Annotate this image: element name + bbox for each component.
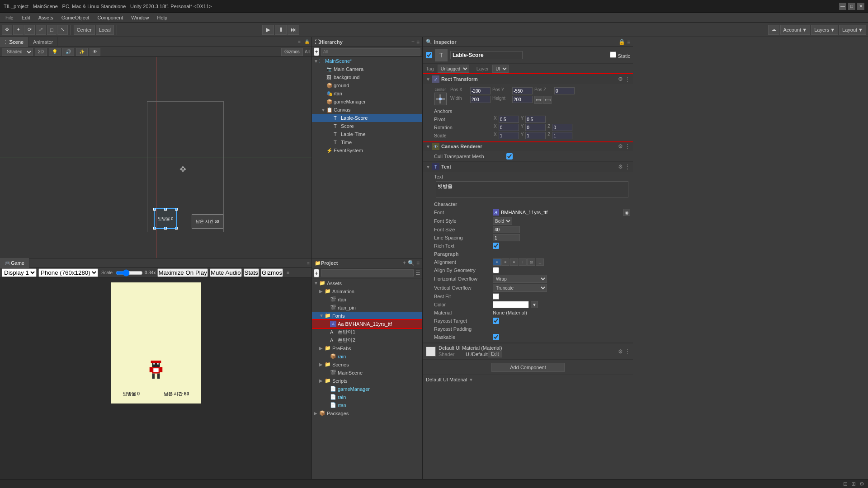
hierarchy-item-lable-time[interactable]: T Lable-Time	[312, 130, 422, 138]
maskable-checkbox[interactable]	[493, 334, 499, 340]
layout-button[interactable]: Layout ▼	[839, 25, 866, 35]
anchor-preset-btn[interactable]	[434, 93, 447, 105]
pos-y-input[interactable]	[512, 87, 533, 94]
project-mainscene[interactable]: 🎬 MainScene	[312, 369, 422, 377]
width-input[interactable]	[470, 96, 491, 103]
project-fonts[interactable]: ▼ 📁 Fonts	[312, 312, 422, 320]
static-checkbox[interactable]	[610, 52, 616, 58]
tc-more[interactable]: ⋮	[625, 164, 630, 170]
hierarchy-item-lable-score[interactable]: T Lable-Score	[312, 114, 422, 122]
mat-settings[interactable]: ⚙	[618, 348, 623, 355]
project-gm-script[interactable]: 📄 gameManager	[312, 385, 422, 393]
scene-time-box[interactable]: 남은 시간 60	[192, 214, 223, 229]
status-expand[interactable]: ⊞	[851, 481, 856, 487]
rich-text-checkbox[interactable]	[493, 243, 499, 249]
scene-canvas[interactable]: ✥ 빗방울 0 남은 시간 60	[0, 57, 311, 258]
project-packages[interactable]: ▶ 📦 Packages	[312, 409, 422, 418]
menu-gameobject[interactable]: GameObject	[58, 14, 93, 21]
rot-z-input[interactable]	[552, 124, 572, 131]
shading-select[interactable]: Shaded	[2, 48, 33, 56]
rot-y-input[interactable]	[525, 124, 546, 131]
object-active-checkbox[interactable]	[426, 52, 432, 58]
scene-tab[interactable]: ⛶ Scene	[0, 37, 28, 47]
project-bmhanna[interactable]: A Aa BMHANNA_11yrs_ttf	[312, 320, 422, 328]
resolution-select[interactable]: Phone (760x1280)	[38, 268, 98, 277]
minimize-button[interactable]: —	[839, 3, 846, 10]
handle-br[interactable]	[175, 227, 178, 230]
project-search-input[interactable]	[321, 269, 414, 277]
menu-component[interactable]: Component	[94, 14, 127, 21]
lighting-button[interactable]: 💡	[49, 48, 61, 56]
align-top[interactable]: ⊤	[519, 258, 527, 266]
inspector-scroll[interactable]: T Static Tag Untagged Layer UI	[423, 47, 633, 479]
handle-tc[interactable]	[164, 208, 167, 211]
audio-button[interactable]: 🔊	[62, 48, 74, 56]
status-settings[interactable]: ⚙	[859, 481, 864, 487]
project-rain-script[interactable]: 📄 rain	[312, 393, 422, 401]
scene-score-box[interactable]: 빗방울 0	[154, 208, 177, 229]
game-panel-options[interactable]: ≡	[285, 270, 291, 275]
cr-settings[interactable]: ⚙	[618, 143, 623, 150]
project-rain-prefab[interactable]: 📦 rain	[312, 352, 422, 361]
layer-select[interactable]: UI	[492, 65, 509, 73]
rotate-tool[interactable]: ⟳	[24, 25, 35, 35]
gizmos-game[interactable]: Gizmos	[261, 268, 283, 277]
align-bottom[interactable]: ⊥	[536, 258, 544, 266]
pivot-y-input[interactable]	[525, 116, 546, 123]
text-comp-header[interactable]: ▼ T Text ⚙ ⋮	[423, 162, 633, 172]
account-button[interactable]: Account ▼	[780, 25, 811, 35]
inspector-lock[interactable]: 🔒	[618, 39, 625, 45]
scale-x-input[interactable]	[499, 132, 519, 139]
transform-tool[interactable]: ⤡	[57, 25, 68, 35]
move-tool[interactable]: ✦	[13, 25, 24, 35]
project-menu[interactable]: ≡	[416, 260, 420, 266]
stats-button[interactable]: Stats	[244, 268, 259, 277]
project-scenes[interactable]: ▶ 📁 Scenes	[312, 361, 422, 369]
scale-y-input[interactable]	[525, 132, 546, 139]
rot-x-input[interactable]	[499, 124, 519, 131]
best-fit-checkbox[interactable]	[493, 293, 499, 300]
menu-help[interactable]: Help	[153, 14, 171, 21]
handle-bc[interactable]	[164, 227, 167, 230]
height-input[interactable]	[512, 96, 533, 103]
menu-edit[interactable]: Edit	[18, 14, 34, 21]
hierarchy-item-background[interactable]: 🖼 background	[312, 73, 422, 81]
hierarchy-item-time[interactable]: T Time	[312, 138, 422, 146]
menu-assets[interactable]: Assets	[35, 14, 57, 21]
window-controls[interactable]: — □ ✕	[839, 3, 864, 10]
rt-settings[interactable]: ⚙	[618, 76, 623, 82]
handle-bl[interactable]	[153, 227, 156, 230]
animator-tab[interactable]: Animator	[28, 37, 58, 47]
create-button[interactable]: +	[314, 47, 319, 56]
canvas-renderer-header[interactable]: ▼ 👁 Canvas Renderer ⚙ ⋮	[423, 141, 633, 151]
color-picker-arrow[interactable]: ▼	[531, 301, 538, 308]
project-animation[interactable]: ▶ 📁 Animation	[312, 287, 422, 296]
hierarchy-item-main-camera[interactable]: 📷 Main Camera	[312, 65, 422, 73]
effects-button[interactable]: ✨	[76, 48, 88, 56]
game-panel-menu[interactable]: ≡	[305, 261, 311, 266]
create-asset[interactable]: +	[314, 269, 319, 277]
project-rtan-anim[interactable]: 🎬 rtan	[312, 296, 422, 304]
blueprint-h[interactable]: ⟺	[534, 96, 542, 104]
rect-tool[interactable]: □	[47, 25, 57, 35]
hierarchy-scene-root[interactable]: ▼ ⛶ MainScene*	[312, 57, 422, 65]
project-font2[interactable]: A 폰탄이2	[312, 336, 422, 344]
local-button[interactable]: Local	[96, 25, 114, 35]
pos-x-input[interactable]	[470, 87, 491, 94]
object-name-input[interactable]	[450, 51, 523, 59]
project-rtan-script[interactable]: 📄 rtan	[312, 401, 422, 409]
shader-edit-btn[interactable]: Edit	[488, 351, 502, 357]
hierarchy-item-eventsystem[interactable]: ⚡ EventSystem	[312, 146, 422, 155]
project-layout-toggle[interactable]: ☰	[415, 270, 420, 276]
project-font1[interactable]: A 폰탄이1	[312, 328, 422, 336]
mat-color-swatch[interactable]	[426, 347, 436, 357]
mute-audio[interactable]: Mute Audio	[210, 268, 242, 277]
cr-more[interactable]: ⋮	[625, 143, 630, 150]
project-prefabs[interactable]: ▶ 📁 PreFabs	[312, 344, 422, 352]
tag-select[interactable]: Untagged	[438, 65, 469, 73]
rect-transform-header[interactable]: ▼ ⤢ Rect Transform ⚙ ⋮	[423, 74, 633, 84]
project-assets[interactable]: ▼ 📁 Assets	[312, 279, 422, 287]
add-component-button[interactable]: Add Component	[491, 363, 565, 372]
display-select[interactable]: Display 1	[2, 268, 37, 277]
play-button[interactable]: ▶	[262, 25, 274, 35]
